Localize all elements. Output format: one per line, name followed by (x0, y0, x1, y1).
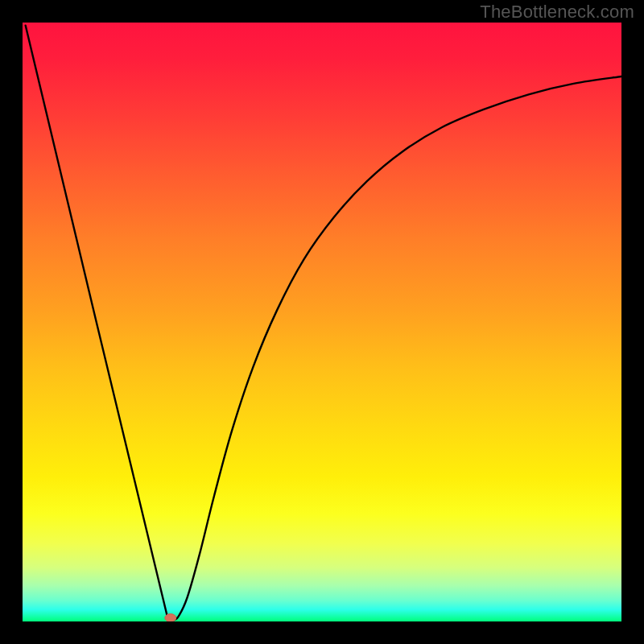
curve-layer (23, 23, 621, 621)
chart-frame: TheBottleneck.com (0, 0, 644, 644)
attribution-text: TheBottleneck.com (480, 2, 634, 23)
curve-minimum-marker (165, 614, 176, 621)
plot-area (23, 23, 621, 621)
bottleneck-curve (26, 26, 621, 621)
